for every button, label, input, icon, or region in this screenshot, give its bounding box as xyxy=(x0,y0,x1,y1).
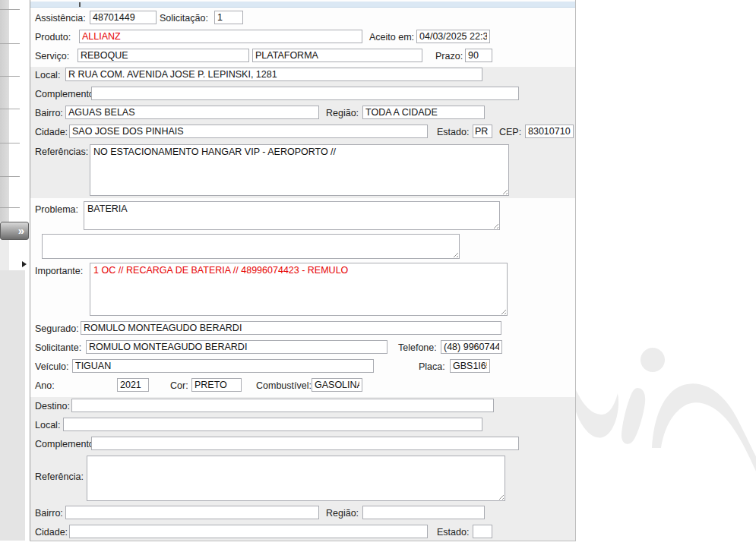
expand-sidebar-button[interactable]: » xyxy=(0,222,29,240)
importante-textarea[interactable]: 1 OC // RECARGA DE BATERIA // 4899607442… xyxy=(90,263,508,316)
destino-label: Destino: xyxy=(35,401,70,412)
segurado-input[interactable] xyxy=(81,321,501,335)
problema-textarea[interactable]: BATERIA xyxy=(84,201,500,230)
destino-local-input[interactable] xyxy=(63,418,482,431)
watermark-i-stroke xyxy=(622,388,645,444)
solicitacao-input[interactable] xyxy=(214,11,243,24)
estado-label: Estado: xyxy=(437,127,469,137)
bairro-input[interactable] xyxy=(65,106,319,119)
complemento-input[interactable] xyxy=(91,87,519,100)
panel-top-strip xyxy=(30,2,575,8)
cep-input[interactable] xyxy=(525,125,574,138)
assistencia-input[interactable] xyxy=(90,11,157,24)
destino-regiao-input[interactable] xyxy=(362,506,485,519)
sidebar-divider xyxy=(0,176,20,177)
watermark-dot xyxy=(641,348,665,372)
local-label: Local: xyxy=(35,70,60,80)
assistencia-label: Assistência: xyxy=(35,13,86,24)
veiculo-input[interactable] xyxy=(72,359,374,373)
referencias-textarea[interactable]: NO ESTACIONAMENTO HANGAR VIP - AEROPORTO… xyxy=(90,144,509,196)
destino-cidade-label: Cidade: xyxy=(35,527,68,538)
watermark-swoosh-stroke xyxy=(652,383,756,475)
bairro-label: Bairro: xyxy=(35,108,63,118)
aceito-em-label: Aceito em: xyxy=(369,32,414,43)
servico-tipo-input[interactable] xyxy=(252,49,422,62)
cep-label: CEP: xyxy=(499,127,521,137)
sidebar-divider xyxy=(0,9,20,10)
collapsed-sidebar-band xyxy=(0,0,9,222)
sidebar-divider xyxy=(0,143,20,143)
collapsed-panel-arrow-icon[interactable] xyxy=(22,261,27,267)
destino-input[interactable] xyxy=(71,399,494,412)
observacao-extra-textarea[interactable] xyxy=(42,234,460,259)
regiao-label: Região: xyxy=(326,108,359,118)
importante-label: Importante: xyxy=(35,266,83,276)
estado-input[interactable] xyxy=(473,125,492,138)
destino-referencia-label: Referência: xyxy=(35,471,84,482)
destino-regiao-label: Região: xyxy=(326,508,359,519)
panel-border-bottom xyxy=(30,541,576,541)
regiao-input[interactable] xyxy=(362,106,485,119)
cidade-input[interactable] xyxy=(69,125,428,138)
sidebar-divider xyxy=(0,207,20,208)
cor-label: Cor: xyxy=(170,380,188,391)
problema-label: Problema: xyxy=(35,204,78,215)
ano-label: Ano: xyxy=(35,380,55,391)
panel-border-left xyxy=(30,0,30,541)
telefone-input[interactable] xyxy=(441,340,502,354)
prazo-label: Prazo: xyxy=(435,51,463,61)
sidebar-divider xyxy=(0,109,20,109)
complemento-label: Complemento: xyxy=(35,89,96,99)
destino-complemento-label: Complemento: xyxy=(35,439,96,449)
watermark-hook-stroke xyxy=(574,389,618,438)
destino-referencia-textarea[interactable] xyxy=(87,456,505,501)
placa-input[interactable] xyxy=(450,359,490,373)
ano-input[interactable] xyxy=(117,378,149,392)
assistance-order-screen: » Assistência: Solicitação: Produto: Ace… xyxy=(0,0,756,555)
top-strip-tick xyxy=(79,2,81,7)
cor-input[interactable] xyxy=(191,378,242,392)
destino-complemento-input[interactable] xyxy=(91,437,519,450)
combustivel-input[interactable] xyxy=(312,378,362,392)
destino-bairro-input[interactable] xyxy=(65,506,319,519)
sidebar-divider xyxy=(0,43,20,44)
panel-border-right xyxy=(575,0,576,541)
veiculo-label: Veículo: xyxy=(35,361,68,372)
servico-label: Serviço: xyxy=(35,51,69,61)
combustivel-label: Combustível: xyxy=(256,380,312,391)
prazo-input[interactable] xyxy=(465,49,492,62)
sidebar-divider xyxy=(0,76,20,77)
solicitante-input[interactable] xyxy=(86,340,387,354)
segurado-label: Segurado: xyxy=(35,323,79,334)
destino-cidade-input[interactable] xyxy=(69,525,428,538)
servico-input[interactable] xyxy=(77,49,249,62)
destino-bairro-label: Bairro: xyxy=(35,508,63,519)
destino-estado-label: Estado: xyxy=(437,527,469,538)
destino-local-label: Local: xyxy=(35,420,60,430)
cidade-label: Cidade: xyxy=(35,127,68,137)
solicitacao-label: Solicitação: xyxy=(160,13,208,24)
sidebar-sub-band xyxy=(0,240,9,270)
destino-estado-input[interactable] xyxy=(473,525,492,538)
placa-label: Placa: xyxy=(419,361,445,372)
telefone-label: Telefone: xyxy=(398,342,437,353)
local-input[interactable] xyxy=(65,68,482,81)
produto-label: Produto: xyxy=(35,32,71,43)
produto-input[interactable] xyxy=(79,30,362,43)
sidebar-lower-block xyxy=(0,270,25,541)
aceito-em-input[interactable] xyxy=(416,30,490,43)
solicitante-label: Solicitante: xyxy=(35,342,81,353)
referencias-label: Referências: xyxy=(35,147,88,157)
